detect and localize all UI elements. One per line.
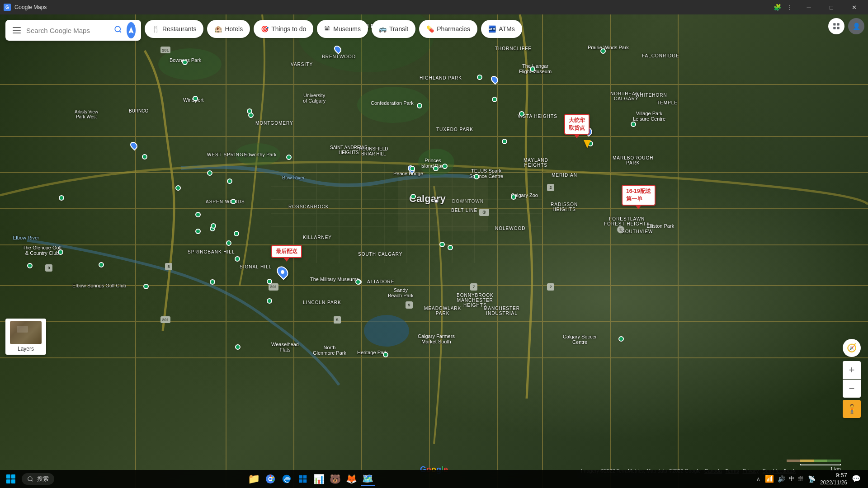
pegman-button[interactable]: 🧍: [843, 400, 861, 418]
pin-a20[interactable]: [477, 75, 482, 80]
pin-blue-1[interactable]: [335, 45, 341, 53]
pin-a8[interactable]: [235, 256, 240, 262]
pin-bowness[interactable]: [182, 60, 188, 65]
pin-elbow-springs[interactable]: [143, 284, 149, 289]
search-input[interactable]: [26, 27, 112, 34]
pin-village-leisure[interactable]: [631, 122, 636, 127]
pill-hotels[interactable]: 🏨 Hotels: [207, 20, 250, 38]
pin-a12[interactable]: [231, 199, 236, 204]
taskbar-bear[interactable]: 🐻: [328, 472, 343, 486]
wifi-icon[interactable]: 📡: [808, 475, 816, 483]
pin-a19[interactable]: [492, 97, 497, 102]
pin-a10[interactable]: [211, 223, 216, 229]
pin-a28[interactable]: [27, 263, 33, 268]
extension-icon[interactable]: 🧩: [774, 4, 781, 11]
color-scale: [787, 460, 841, 462]
taskbar-edge[interactable]: [279, 472, 294, 486]
pin-a29[interactable]: [267, 298, 272, 304]
pill-things-to-do-label: Things to do: [271, 25, 306, 33]
pin-blue-2[interactable]: [491, 75, 498, 84]
pin-glencoe[interactable]: [58, 249, 63, 255]
scale-block-1: [787, 460, 800, 462]
menu-icon[interactable]: ⋮: [785, 2, 795, 13]
pin-hangar-flight[interactable]: [530, 66, 535, 72]
zoom-out-button[interactable]: −: [843, 380, 861, 398]
taskbar-firefox[interactable]: 🦊: [344, 472, 359, 486]
zoom-in-button[interactable]: +: [843, 361, 861, 379]
pin-a13[interactable]: [439, 242, 445, 247]
pin-heritage-park[interactable]: [383, 352, 388, 357]
pin-a3[interactable]: [175, 185, 181, 191]
map-background[interactable]: 201 201 5 ② 2 2 7 201 8 9 9: [0, 14, 868, 488]
pill-museums[interactable]: 🏛 Museums: [317, 20, 368, 38]
pin-prairie-winds[interactable]: [600, 48, 606, 54]
taskbar-volume-icon[interactable]: 🔊: [778, 475, 785, 483]
pin-a2[interactable]: [227, 178, 232, 184]
pin-a26[interactable]: [142, 154, 147, 160]
pin-a14[interactable]: [448, 245, 453, 250]
taskbar-network-icon[interactable]: 📶: [765, 474, 774, 483]
compass-button[interactable]: 🧭: [843, 339, 861, 357]
pin-a25[interactable]: [248, 113, 254, 118]
hotels-icon: 🏨: [214, 25, 222, 33]
input-method-indicator[interactable]: 中: [789, 475, 794, 483]
taskbar-clock[interactable]: 9:57 2022/11/26: [818, 472, 849, 486]
pin-a11[interactable]: [210, 279, 215, 285]
pin-a18[interactable]: [502, 139, 507, 144]
account-button[interactable]: 👤: [848, 18, 864, 34]
maximize-button[interactable]: □: [821, 0, 842, 14]
pin-calgary-zoo[interactable]: [511, 194, 516, 200]
pin-a21[interactable]: [519, 111, 524, 117]
pin-a4[interactable]: [195, 212, 201, 217]
taskbar-app-icons: 📁 📊: [247, 472, 375, 486]
pinyin-indicator[interactable]: 拼: [798, 475, 803, 483]
taskbar-excel[interactable]: 📊: [312, 472, 326, 486]
pin-a15[interactable]: [410, 194, 416, 199]
pin-a16[interactable]: [410, 166, 415, 171]
svg-point-37: [364, 315, 409, 347]
svg-text:5: 5: [336, 318, 338, 322]
directions-button[interactable]: [127, 22, 136, 38]
pill-restaurants[interactable]: 🍴 Restaurants: [145, 20, 203, 38]
search-button[interactable]: [112, 23, 124, 38]
close-button[interactable]: ✕: [844, 0, 864, 14]
system-tray-expand[interactable]: ∧: [756, 476, 760, 482]
pin-military-museum-2[interactable]: [355, 279, 361, 285]
pin-confederation[interactable]: [417, 103, 422, 108]
taskbar-maps-active[interactable]: 🗺️: [361, 472, 375, 486]
pin-a5[interactable]: [195, 229, 201, 234]
pin-calgary-soccer[interactable]: [618, 336, 624, 342]
hamburger-line-2: [13, 30, 21, 31]
notification-button[interactable]: 💬: [852, 474, 861, 483]
taskbar-search[interactable]: 搜索: [22, 473, 54, 485]
pin-a27[interactable]: [59, 195, 64, 201]
apps-grid-button[interactable]: [828, 18, 844, 34]
pill-atms[interactable]: 🏧 ATMs: [481, 20, 522, 38]
pin-a1[interactable]: [207, 170, 212, 176]
pin-winsport[interactable]: [193, 96, 198, 101]
pill-transit[interactable]: 🚌 Transit: [372, 20, 415, 38]
map-satellite-view[interactable]: 201 201 5 ② 2 2 7 201 8 9 9: [0, 14, 868, 488]
pill-pharmacies[interactable]: 💊 Pharmacies: [419, 20, 477, 38]
pin-last-delivery[interactable]: [278, 266, 288, 278]
taskbar-file-explorer[interactable]: 📁: [247, 472, 261, 486]
minimize-button[interactable]: ─: [798, 0, 819, 14]
start-button[interactable]: [4, 472, 18, 486]
taskbar-browser[interactable]: [263, 472, 278, 486]
pill-things-to-do[interactable]: 🎯 Things to do: [254, 20, 313, 38]
pin-telus-spark[interactable]: [474, 174, 479, 179]
pin-weaselhead-park[interactable]: [235, 344, 241, 350]
pin-princes-island[interactable]: [433, 166, 439, 171]
pin-a30[interactable]: [267, 279, 272, 284]
pin-a17[interactable]: [442, 164, 448, 169]
taskbar-store[interactable]: [296, 472, 310, 486]
pill-hotels-label: Hotels: [225, 25, 243, 33]
pin-burnco[interactable]: [131, 141, 137, 150]
pin-datonghua-gold: [584, 140, 591, 148]
hamburger-menu-button[interactable]: [11, 25, 23, 35]
pin-a7[interactable]: [226, 240, 231, 246]
pin-a6[interactable]: [234, 231, 239, 236]
layers-button[interactable]: Layers: [5, 319, 46, 355]
pin-edworthy[interactable]: [286, 155, 292, 160]
pin-a23[interactable]: [99, 262, 104, 267]
